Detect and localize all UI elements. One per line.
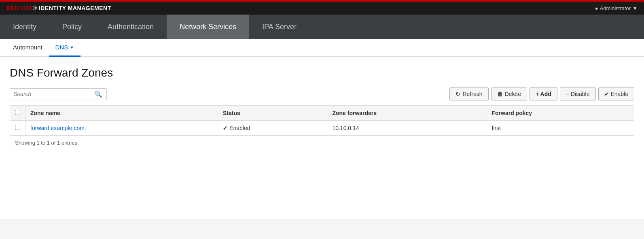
table-row: forward.example.com. ✔ Enabled 10.10.0.1… — [10, 121, 634, 136]
nav-item-network-services[interactable]: Network Services — [167, 15, 249, 39]
table-header-status: Status — [218, 106, 327, 121]
refresh-button[interactable]: ↻ Refresh — [449, 87, 488, 100]
chevron-down-icon: ▼ — [70, 45, 74, 50]
trash-icon: 🗑 — [497, 91, 503, 97]
checkmark-icon: ✔ — [223, 125, 228, 131]
sub-nav-item-automount[interactable]: Automount — [6, 39, 49, 57]
brand-text: RED HAT® IDENTITY MANAGEMENT — [6, 5, 111, 11]
row-status-cell: ✔ Enabled — [218, 121, 327, 136]
user-menu[interactable]: ● Administrator ▼ — [595, 5, 638, 11]
delete-button[interactable]: 🗑 Delete — [491, 87, 527, 100]
brand-red: RED HAT — [6, 5, 33, 11]
row-checkbox-cell — [10, 121, 25, 136]
status-text: Enabled — [229, 125, 250, 131]
sub-nav-dns-label: DNS — [55, 44, 68, 51]
search-input[interactable] — [13, 91, 94, 97]
disable-button[interactable]: − Disable — [560, 87, 596, 100]
zone-name-link[interactable]: forward.example.com. — [30, 125, 86, 131]
search-button[interactable]: 🔍 — [94, 90, 102, 98]
table-header-zone-forwarders: Zone forwarders — [327, 106, 487, 121]
action-buttons: ↻ Refresh 🗑 Delete + Add − Disable ✔ Ena… — [449, 87, 634, 100]
toolbar: 🔍 ↻ Refresh 🗑 Delete + Add − Disable ✔ E… — [10, 87, 634, 100]
table-header-zone-name: Zone name — [25, 106, 218, 121]
row-zone-forwarders-cell: 10.10.0.14 — [327, 121, 487, 136]
refresh-label: Refresh — [462, 91, 482, 97]
status-enabled: ✔ Enabled — [223, 125, 322, 131]
table-header-row: Zone name Status Zone forwarders Forward… — [10, 106, 634, 121]
row-forward-policy-cell: first — [487, 121, 634, 136]
table-header-forward-policy: Forward policy — [487, 106, 634, 121]
table-header-checkbox — [10, 106, 25, 121]
table-footer: Showing 1 to 1 of 1 entries. — [10, 136, 634, 150]
row-checkbox[interactable] — [15, 125, 20, 130]
nav-item-authentication[interactable]: Authentication — [95, 15, 167, 39]
disable-label: − Disable — [566, 91, 590, 97]
page-title: DNS Forward Zones — [10, 66, 634, 79]
user-icon: ● — [595, 5, 598, 11]
user-menu-label: Administrator — [600, 5, 631, 11]
data-table: Zone name Status Zone forwarders Forward… — [10, 105, 634, 136]
nav-item-ipa-server[interactable]: IPA Server — [249, 15, 309, 39]
main-nav: Identity Policy Authentication Network S… — [0, 15, 644, 39]
brand-rest: ® IDENTITY MANAGEMENT — [33, 5, 111, 11]
brand: RED HAT® IDENTITY MANAGEMENT — [6, 5, 111, 11]
delete-label: Delete — [505, 91, 521, 97]
add-button[interactable]: + Add — [530, 87, 557, 100]
row-zone-name-cell: forward.example.com. — [25, 121, 218, 136]
select-all-checkbox[interactable] — [15, 110, 20, 115]
search-box[interactable]: 🔍 — [10, 88, 107, 100]
refresh-icon: ↻ — [455, 91, 460, 97]
nav-item-policy[interactable]: Policy — [49, 15, 95, 39]
enable-button[interactable]: ✔ Enable — [598, 87, 634, 100]
page-content: DNS Forward Zones 🔍 ↻ Refresh 🗑 Delete +… — [0, 57, 644, 219]
nav-item-identity[interactable]: Identity — [0, 15, 49, 39]
top-bar: RED HAT® IDENTITY MANAGEMENT ● Administr… — [0, 0, 644, 15]
table-footer-text: Showing 1 to 1 of 1 entries. — [15, 140, 79, 146]
enable-label: ✔ Enable — [604, 91, 628, 97]
add-label: + Add — [536, 91, 551, 97]
user-menu-chevron-icon: ▼ — [632, 5, 638, 11]
sub-nav-item-dns[interactable]: DNS ▼ — [49, 39, 81, 57]
sub-nav: Automount DNS ▼ — [0, 39, 644, 57]
